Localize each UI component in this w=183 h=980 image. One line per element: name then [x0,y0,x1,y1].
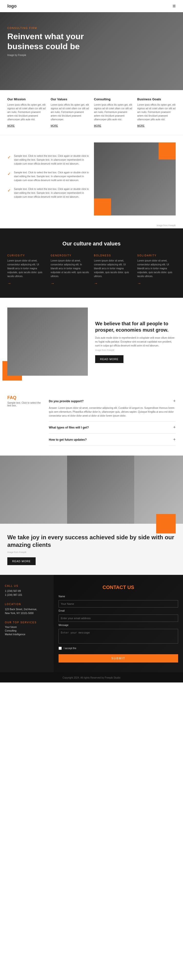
faq-heading: FAQ [7,395,42,400]
culture-text-solidarity: Lorem ipsum dolor sit amet, consectetur … [137,259,176,278]
info-section: Our Mission Lorem ipsis officis ilis opt… [0,90,183,135]
believe-credit: Image from Freepik [95,349,176,352]
service-item-2: Market Intelligence [5,633,49,636]
believe-title: We believe that for all people to prospe… [95,320,176,333]
check-icon-1: ✓ [7,154,11,160]
message-input[interactable] [59,629,178,644]
culture-tag-boldness: BOLDNESS [94,254,133,257]
believe-read-more-button[interactable]: READ MORE [95,355,124,363]
culture-text-boldness: Lorem ipsum dolor sit amet, consectetur … [94,259,133,278]
faq-plus-0: + [173,399,176,404]
clients-images [0,455,183,524]
check-icon-3: ✓ [7,188,11,193]
features-section: ✓ Sample text. Click to select the text … [0,135,183,223]
faq-item-header-0: Do you provide support? + [49,399,176,404]
feature-text-1: Sample text. Click to select the text bo… [14,154,89,166]
info-more-goals[interactable]: MORE [137,124,145,127]
info-col-values: Our Values Lorem ipsis officis ilis opte… [51,97,89,127]
contact-location-block: LOCATION 123 Back Street, 2nd Avenue, Ne… [5,603,49,615]
hero-credit: Image by Freepik [7,54,85,56]
believe-section: We believe that for all people to prospe… [0,298,183,385]
believe-content: We believe that for all people to prospe… [95,320,176,363]
contact-section: CALL US 1 (234) 567-89 1 (234) 987-101 L… [0,575,183,672]
faq-plus-1: + [173,425,176,430]
info-text-goals: Lorem ipsis officis ilis opten get, elit… [137,103,176,121]
culture-text-generosity: Lorem ipsum dolor sit amet, consectetur … [51,259,89,278]
faq-item-0[interactable]: Do you provide support? + Answer: Lorem … [49,395,176,422]
culture-grid: CURIOSITY Lorem ipsum dolor sit amet, co… [7,254,176,286]
client-image-2 [67,455,134,524]
info-text-consulting: Lorem ipsis officis ilis opten get, elit… [94,103,133,121]
culture-tag-generosity: GENEROSITY [51,254,89,257]
hero-section: CONSULTING FIRM Reinvent what your busin… [0,12,183,90]
info-more-consulting[interactable]: MORE [94,124,101,127]
contact-call-value: 1 (234) 567-89 1 (234) 987-101 [5,589,49,597]
submit-button[interactable]: SUBMIT [59,654,178,662]
checkbox-label: I accept the [64,647,76,650]
contact-form-container: CONTACT US Name Email Message I accept t… [54,575,183,672]
orange-accent-top [159,142,176,159]
culture-text-curiosity: Lorem ipsum dolor sit amet, consectetur … [7,259,46,278]
faq-plus-2: + [173,437,176,442]
contact-call-label: CALL US [5,585,49,587]
culture-col-boldness: BOLDNESS Lorem ipsum dolor sit amet, con… [94,254,133,286]
name-input[interactable] [59,600,178,608]
info-col-consulting: Consulting Lorem ipsis officis ilis opte… [94,97,133,127]
clients-title: We take joy in every success achieved si… [7,533,176,549]
culture-arrow-generosity[interactable]: → [51,281,55,285]
client-image-1 [0,455,67,524]
feature-item-3: ✓ Sample text. Click to select the text … [7,187,89,199]
culture-tag-curiosity: CURIOSITY [7,254,46,257]
contact-location-value: 123 Back Street, 2nd Avenue, New York, N… [5,608,49,615]
accept-checkbox[interactable] [59,647,62,650]
check-icon-2: ✓ [7,171,11,177]
faq-sub: Sample text. Click to select the text bo… [7,401,42,407]
info-more-values[interactable]: MORE [51,124,58,127]
info-text-values: Lorem ipsis officis ilis opten get, elit… [51,103,89,121]
contact-form: Name Email Message I accept the SUBMIT [59,595,178,662]
info-more-mission[interactable]: MORE [7,124,14,127]
service-item-0: Your future [5,626,49,628]
logo: logo [7,4,17,9]
culture-arrow-curiosity[interactable]: → [7,281,11,285]
info-col-goals: Business Goals Lorem ipsis officis ilis … [137,97,176,127]
culture-col-solidarity: SOLIDARITY Lorem ipsum dolor sit amet, c… [137,254,176,286]
info-title-goals: Business Goals [137,97,176,101]
hero-content: CONSULTING FIRM Reinvent what your busin… [7,27,85,56]
clients-read-more-button[interactable]: READ MORE [7,557,35,565]
checkbox-row: I accept the [59,647,178,650]
info-title-values: Our Values [51,97,89,101]
feature-text-2: Sample text. Click to select the text bo… [14,171,89,182]
faq-item-2[interactable]: How to get future updates? + [49,434,176,446]
culture-tag-solidarity: SOLIDARITY [137,254,176,257]
name-label: Name [59,595,178,598]
footer-text: Copyright 2024. All rights Reserved by F… [63,676,120,679]
service-item-1: Consulting [5,629,49,632]
contact-left: CALL US 1 (234) 567-89 1 (234) 987-101 L… [0,575,54,672]
contact-services-label: OUR TOP SERVICES [5,621,49,624]
contact-call-block: CALL US 1 (234) 567-89 1 (234) 987-101 [5,585,49,597]
faq-question-0: Do you provide support? [49,399,84,403]
footer: Copyright 2024. All rights Reserved by F… [0,672,183,682]
clients-credit: Image from Freepik [7,551,176,554]
clients-section: We take joy in every success achieved si… [0,455,183,575]
feature-item-2: ✓ Sample text. Click to select the text … [7,171,89,182]
faq-item-1[interactable]: What types of files will I get? + [49,422,176,434]
faq-items: Do you provide support? + Answer: Lorem … [49,395,176,446]
info-col-mission: Our Mission Lorem ipsis officis ilis opt… [7,97,46,127]
email-label: Email [59,609,178,612]
culture-arrow-boldness[interactable]: → [94,281,98,285]
feature-item-1: ✓ Sample text. Click to select the text … [7,154,89,166]
culture-col-generosity: GENEROSITY Lorem ipsum dolor sit amet, c… [51,254,89,286]
features-credit: Image from Freepik [157,224,176,227]
clients-content: We take joy in every success achieved si… [0,524,183,575]
contact-location-label: LOCATION [5,603,49,606]
culture-arrow-solidarity[interactable]: → [137,281,141,285]
email-input[interactable] [59,614,178,622]
header: logo ≡ [0,0,183,12]
contact-services-block: OUR TOP SERVICES Your future Consulting … [5,621,49,636]
culture-col-curiosity: CURIOSITY Lorem ipsum dolor sit amet, co… [7,254,46,286]
message-label: Message [59,624,178,627]
menu-button[interactable]: ≡ [172,3,176,9]
contact-title: CONTACT US [59,585,178,590]
